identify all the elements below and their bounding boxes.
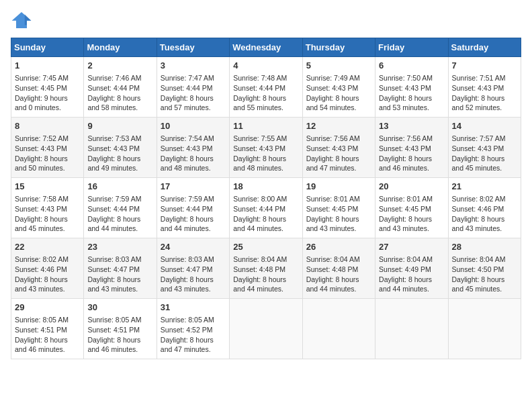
- svg-marker-1: [25, 14, 32, 25]
- calendar-cell: [230, 299, 302, 359]
- calendar-cell: 8Sunrise: 7:52 AM Sunset: 4:43 PM Daylig…: [11, 118, 84, 178]
- calendar-cell: 6Sunrise: 7:50 AM Sunset: 4:43 PM Daylig…: [375, 57, 448, 118]
- cell-info: Sunrise: 7:46 AM Sunset: 4:44 PM Dayligh…: [87, 73, 152, 113]
- calendar-cell: 30Sunrise: 8:05 AM Sunset: 4:51 PM Dayli…: [84, 299, 157, 359]
- calendar-cell: 10Sunrise: 7:54 AM Sunset: 4:43 PM Dayli…: [157, 118, 229, 178]
- calendar-cell: 22Sunrise: 8:02 AM Sunset: 4:46 PM Dayli…: [11, 238, 84, 299]
- day-number: 9: [87, 120, 152, 132]
- calendar-cell: 28Sunrise: 8:04 AM Sunset: 4:50 PM Dayli…: [448, 238, 521, 299]
- cell-info: Sunrise: 8:05 AM Sunset: 4:51 PM Dayligh…: [87, 315, 152, 355]
- day-number: 12: [306, 120, 371, 132]
- logo-icon: [11, 11, 32, 30]
- header-monday: Monday: [84, 38, 157, 57]
- day-number: 20: [379, 181, 444, 193]
- cell-info: Sunrise: 7:54 AM Sunset: 4:43 PM Dayligh…: [161, 134, 226, 173]
- day-number: 7: [452, 60, 517, 72]
- calendar-cell: 31Sunrise: 8:05 AM Sunset: 4:52 PM Dayli…: [157, 299, 229, 359]
- cell-info: Sunrise: 7:51 AM Sunset: 4:43 PM Dayligh…: [452, 73, 517, 113]
- week-row-1: 1Sunrise: 7:45 AM Sunset: 4:45 PM Daylig…: [11, 57, 521, 118]
- cell-info: Sunrise: 7:56 AM Sunset: 4:43 PM Dayligh…: [306, 134, 371, 173]
- cell-info: Sunrise: 8:02 AM Sunset: 4:46 PM Dayligh…: [15, 255, 80, 294]
- cell-info: Sunrise: 8:03 AM Sunset: 4:47 PM Dayligh…: [161, 255, 226, 294]
- day-number: 13: [379, 120, 444, 132]
- header-saturday: Saturday: [448, 38, 521, 57]
- cell-info: Sunrise: 7:59 AM Sunset: 4:44 PM Dayligh…: [161, 194, 226, 234]
- week-row-3: 15Sunrise: 7:58 AM Sunset: 4:43 PM Dayli…: [11, 178, 521, 238]
- cell-info: Sunrise: 7:56 AM Sunset: 4:43 PM Dayligh…: [379, 134, 444, 173]
- calendar-header: SundayMondayTuesdayWednesdayThursdayFrid…: [11, 38, 521, 57]
- day-number: 24: [161, 241, 226, 253]
- calendar-cell: 7Sunrise: 7:51 AM Sunset: 4:43 PM Daylig…: [448, 57, 521, 118]
- day-number: 26: [306, 241, 371, 253]
- cell-info: Sunrise: 8:04 AM Sunset: 4:48 PM Dayligh…: [233, 255, 298, 294]
- calendar-cell: 12Sunrise: 7:56 AM Sunset: 4:43 PM Dayli…: [302, 118, 375, 178]
- calendar-cell: 20Sunrise: 8:01 AM Sunset: 4:45 PM Dayli…: [375, 178, 448, 238]
- calendar-cell: 14Sunrise: 7:57 AM Sunset: 4:43 PM Dayli…: [448, 118, 521, 178]
- cell-info: Sunrise: 8:01 AM Sunset: 4:45 PM Dayligh…: [379, 194, 444, 234]
- cell-info: Sunrise: 8:04 AM Sunset: 4:49 PM Dayligh…: [379, 255, 444, 294]
- day-number: 27: [379, 241, 444, 253]
- calendar-cell: 4Sunrise: 7:48 AM Sunset: 4:44 PM Daylig…: [230, 57, 302, 118]
- day-number: 11: [233, 120, 298, 132]
- calendar-cell: 25Sunrise: 8:04 AM Sunset: 4:48 PM Dayli…: [230, 238, 302, 299]
- calendar-cell: 5Sunrise: 7:49 AM Sunset: 4:43 PM Daylig…: [302, 57, 375, 118]
- calendar-cell: 9Sunrise: 7:53 AM Sunset: 4:43 PM Daylig…: [84, 118, 157, 178]
- header-sunday: Sunday: [11, 38, 84, 57]
- day-number: 30: [87, 302, 152, 314]
- calendar-cell: 19Sunrise: 8:01 AM Sunset: 4:45 PM Dayli…: [302, 178, 375, 238]
- calendar-cell: 2Sunrise: 7:46 AM Sunset: 4:44 PM Daylig…: [84, 57, 157, 118]
- day-number: 16: [87, 181, 152, 193]
- calendar-cell: 29Sunrise: 8:05 AM Sunset: 4:51 PM Dayli…: [11, 299, 84, 359]
- day-number: 2: [87, 60, 152, 72]
- day-number: 23: [87, 241, 152, 253]
- calendar-cell: 15Sunrise: 7:58 AM Sunset: 4:43 PM Dayli…: [11, 178, 84, 238]
- day-number: 15: [15, 181, 80, 193]
- cell-info: Sunrise: 7:53 AM Sunset: 4:43 PM Dayligh…: [87, 134, 152, 173]
- day-number: 1: [15, 60, 80, 72]
- day-number: 10: [161, 120, 226, 132]
- day-number: 8: [15, 120, 80, 132]
- day-number: 21: [452, 181, 517, 193]
- day-number: 22: [15, 241, 80, 253]
- day-number: 3: [161, 60, 226, 72]
- cell-info: Sunrise: 7:52 AM Sunset: 4:43 PM Dayligh…: [15, 134, 80, 173]
- calendar-cell: 13Sunrise: 7:56 AM Sunset: 4:43 PM Dayli…: [375, 118, 448, 178]
- day-number: 29: [15, 302, 80, 314]
- cell-info: Sunrise: 7:57 AM Sunset: 4:43 PM Dayligh…: [452, 134, 517, 173]
- cell-info: Sunrise: 7:49 AM Sunset: 4:43 PM Dayligh…: [306, 73, 371, 113]
- day-number: 4: [233, 60, 298, 72]
- calendar-table: SundayMondayTuesdayWednesdayThursdayFrid…: [11, 38, 521, 359]
- cell-info: Sunrise: 7:45 AM Sunset: 4:45 PM Dayligh…: [15, 73, 80, 113]
- calendar-cell: [375, 299, 448, 359]
- cell-info: Sunrise: 8:00 AM Sunset: 4:44 PM Dayligh…: [233, 194, 298, 234]
- cell-info: Sunrise: 7:50 AM Sunset: 4:43 PM Dayligh…: [379, 73, 444, 113]
- day-number: 25: [233, 241, 298, 253]
- header-wednesday: Wednesday: [230, 38, 302, 57]
- calendar-cell: 18Sunrise: 8:00 AM Sunset: 4:44 PM Dayli…: [230, 178, 302, 238]
- cell-info: Sunrise: 8:02 AM Sunset: 4:46 PM Dayligh…: [452, 194, 517, 234]
- day-number: 5: [306, 60, 371, 72]
- cell-info: Sunrise: 8:04 AM Sunset: 4:50 PM Dayligh…: [452, 255, 517, 294]
- calendar-cell: 17Sunrise: 7:59 AM Sunset: 4:44 PM Dayli…: [157, 178, 229, 238]
- calendar-cell: [448, 299, 521, 359]
- day-number: 19: [306, 181, 371, 193]
- calendar-cell: 27Sunrise: 8:04 AM Sunset: 4:49 PM Dayli…: [375, 238, 448, 299]
- cell-info: Sunrise: 8:03 AM Sunset: 4:47 PM Dayligh…: [87, 255, 152, 294]
- cell-info: Sunrise: 7:55 AM Sunset: 4:43 PM Dayligh…: [233, 134, 298, 173]
- calendar-cell: 16Sunrise: 7:59 AM Sunset: 4:44 PM Dayli…: [84, 178, 157, 238]
- day-number: 28: [452, 241, 517, 253]
- cell-info: Sunrise: 8:04 AM Sunset: 4:48 PM Dayligh…: [306, 255, 371, 294]
- cell-info: Sunrise: 8:05 AM Sunset: 4:52 PM Dayligh…: [161, 315, 226, 355]
- week-row-2: 8Sunrise: 7:52 AM Sunset: 4:43 PM Daylig…: [11, 118, 521, 178]
- calendar-cell: 11Sunrise: 7:55 AM Sunset: 4:43 PM Dayli…: [230, 118, 302, 178]
- calendar-cell: 23Sunrise: 8:03 AM Sunset: 4:47 PM Dayli…: [84, 238, 157, 299]
- header-friday: Friday: [375, 38, 448, 57]
- cell-info: Sunrise: 7:48 AM Sunset: 4:44 PM Dayligh…: [233, 73, 298, 113]
- cell-info: Sunrise: 7:58 AM Sunset: 4:43 PM Dayligh…: [15, 194, 80, 234]
- cell-info: Sunrise: 7:47 AM Sunset: 4:44 PM Dayligh…: [161, 73, 226, 113]
- cell-info: Sunrise: 8:05 AM Sunset: 4:51 PM Dayligh…: [15, 315, 80, 355]
- calendar-cell: 1Sunrise: 7:45 AM Sunset: 4:45 PM Daylig…: [11, 57, 84, 118]
- header-tuesday: Tuesday: [157, 38, 229, 57]
- logo: [11, 11, 35, 30]
- calendar-cell: 26Sunrise: 8:04 AM Sunset: 4:48 PM Dayli…: [302, 238, 375, 299]
